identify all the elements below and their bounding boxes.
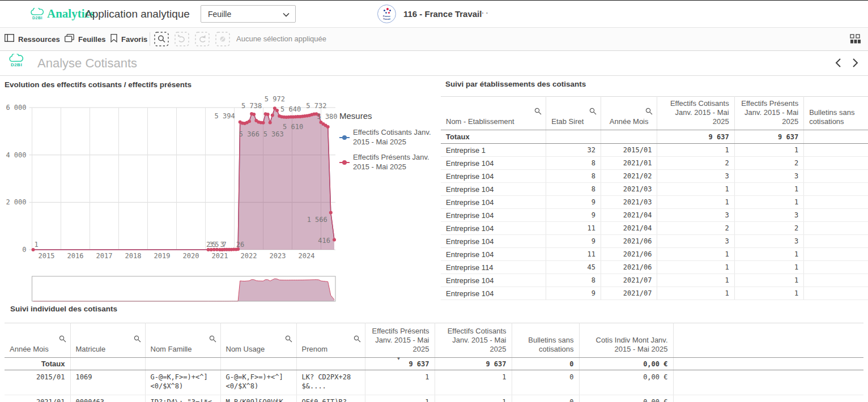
cell[interactable]: Entreprise 104 (441, 209, 546, 222)
column-header[interactable]: Etab Siret (546, 97, 601, 130)
cell[interactable]: 1 (365, 395, 435, 402)
column-header[interactable]: Année Mois (5, 323, 70, 358)
cell[interactable]: 1 (734, 183, 803, 196)
cell[interactable] (804, 196, 868, 209)
table-row[interactable]: Entreprise 10492021/0433 (441, 209, 868, 222)
cell[interactable]: Entreprise 104 (441, 157, 546, 170)
cell[interactable]: 32 (546, 144, 601, 157)
cell[interactable]: 2021/03 (601, 183, 657, 196)
cell[interactable]: 2021/01 (5, 395, 70, 402)
cell[interactable]: Entreprise 104 (441, 222, 546, 235)
search-icon[interactable] (645, 108, 653, 115)
table-row[interactable]: Entreprise 10492021/0311 (441, 196, 868, 209)
search-icon[interactable] (134, 335, 141, 343)
cell[interactable]: 2021/07 (601, 287, 657, 300)
cell[interactable]: 0 (512, 395, 579, 402)
cell[interactable]: 8 (546, 183, 601, 196)
cell[interactable]: 1 (734, 248, 803, 261)
cell[interactable]: 0 (512, 370, 579, 395)
cell[interactable]: 9 (546, 287, 601, 300)
previous-sheet-arrow[interactable] (835, 58, 842, 70)
cell[interactable]: 9 (546, 196, 601, 209)
cell[interactable]: 2015/01 (5, 370, 70, 395)
cell[interactable]: 1 (657, 183, 734, 196)
cell[interactable]: ID?:D4\; "3=!*<0;5? (145, 395, 220, 402)
cell[interactable]: Entreprise 104 (441, 170, 546, 183)
cell[interactable]: 2 (657, 222, 734, 235)
table-row[interactable]: Entreprise 1322015/0111 (441, 144, 868, 157)
table-row[interactable]: 2015/011069G-@=K,F>=)+<^] <0/$X^8)G-@=K,… (5, 370, 863, 395)
search-icon[interactable] (59, 335, 66, 343)
cell[interactable] (804, 235, 868, 248)
cell[interactable]: 3 (734, 209, 803, 222)
cell[interactable] (804, 157, 868, 170)
legend-item-presents[interactable]: Effectifs Présents Janv. 2015 - Mai 2025 (339, 152, 437, 172)
table-row[interactable]: Entreprise 10492021/0633 (441, 235, 868, 248)
cell[interactable]: 3 (734, 235, 803, 248)
column-header[interactable]: Effectifs Présents Janv. 2015 - Mai 2025 (734, 97, 803, 130)
cell[interactable]: 1 (734, 261, 803, 274)
cell[interactable]: 2021/06 (601, 235, 657, 248)
cell[interactable]: 2021/06 (601, 248, 657, 261)
table-row[interactable]: Entreprise 10482021/0122 (441, 157, 868, 170)
cell[interactable]: 0000463 (70, 395, 145, 402)
cell[interactable] (804, 248, 868, 261)
table-row[interactable]: Entreprise 104112021/0611 (441, 248, 868, 261)
table-row[interactable]: Entreprise 10482021/0233 (441, 170, 868, 183)
cell[interactable]: 0,00 € (579, 395, 673, 402)
sheet-grid-icon[interactable] (850, 34, 861, 46)
cell[interactable]: 11 (546, 248, 601, 261)
cell[interactable]: LK? CD2PX+28$&.... (296, 370, 365, 395)
cell[interactable]: 2021/02 (601, 170, 657, 183)
clear-selections-icon[interactable] (215, 32, 230, 46)
cell[interactable]: Entreprise 104 (441, 287, 546, 300)
search-icon[interactable] (285, 335, 292, 343)
cell[interactable] (804, 170, 868, 183)
column-header[interactable]: Matricule (70, 323, 145, 358)
cell[interactable]: 2021/04 (601, 222, 657, 235)
sheet-dropdown[interactable]: Feuille (201, 5, 296, 23)
cell[interactable]: 2021/03 (601, 196, 657, 209)
cell[interactable]: Entreprise 104 (441, 196, 546, 209)
cell[interactable]: G-@=K,F>=)+<^] <0/$X^8) (220, 370, 296, 395)
cell[interactable]: 1 (657, 274, 734, 287)
cell[interactable]: 1 (435, 395, 512, 402)
cell[interactable]: Entreprise 104 (441, 235, 546, 248)
column-header[interactable]: Nom Famille (145, 323, 220, 358)
search-icon[interactable] (589, 108, 597, 115)
column-header[interactable]: Cotis Indiv Mont Janv. 2015 - Mai 2025 (579, 323, 673, 358)
cell[interactable]: 0,00 € (579, 370, 673, 395)
cell[interactable]: 9 (546, 209, 601, 222)
next-sheet-arrow[interactable] (852, 58, 859, 70)
line-chart[interactable]: 02 0004 0006 000201520162017201820192020… (0, 79, 340, 303)
table-row[interactable]: Entreprise 104112021/0422 (441, 222, 868, 235)
column-header[interactable]: Effectifs Cotisants Janv. 2015 - Mai 202… (657, 97, 734, 130)
cell[interactable] (804, 274, 868, 287)
cell[interactable] (804, 222, 868, 235)
search-icon[interactable] (534, 108, 542, 115)
cell[interactable] (804, 209, 868, 222)
cell[interactable]: Entreprise 1 (441, 144, 546, 157)
cell[interactable]: 11 (546, 222, 601, 235)
cell[interactable]: 3 (657, 170, 734, 183)
cell[interactable]: Entreprise 104 (441, 274, 546, 287)
cell[interactable]: 1 (734, 144, 803, 157)
cell[interactable]: 3 (657, 235, 734, 248)
column-header[interactable]: Nom - Etablissement (441, 97, 546, 130)
cell[interactable]: 1 (657, 261, 734, 274)
table-row[interactable]: Entreprise 10482021/0711 (441, 274, 868, 287)
cell[interactable]: 1069 (70, 370, 145, 395)
cell[interactable] (804, 183, 868, 196)
cell[interactable]: 1 (734, 196, 803, 209)
step-back-icon[interactable] (175, 32, 189, 46)
search-icon[interactable] (209, 335, 216, 343)
app-badge[interactable]: FranceTravail 116 - France Travail (377, 1, 482, 27)
column-header[interactable]: Prenom (296, 323, 365, 358)
smart-search-selections-icon[interactable] (154, 32, 169, 46)
cell[interactable]: 3 (734, 170, 803, 183)
step-forward-icon[interactable] (195, 32, 210, 46)
cell[interactable]: G-@=K,F>=)+<^] <0/$X^8) (145, 370, 220, 395)
cell[interactable]: 1 (657, 248, 734, 261)
favoris-button[interactable]: Favoris (110, 28, 147, 50)
cell[interactable]: 45 (546, 261, 601, 274)
